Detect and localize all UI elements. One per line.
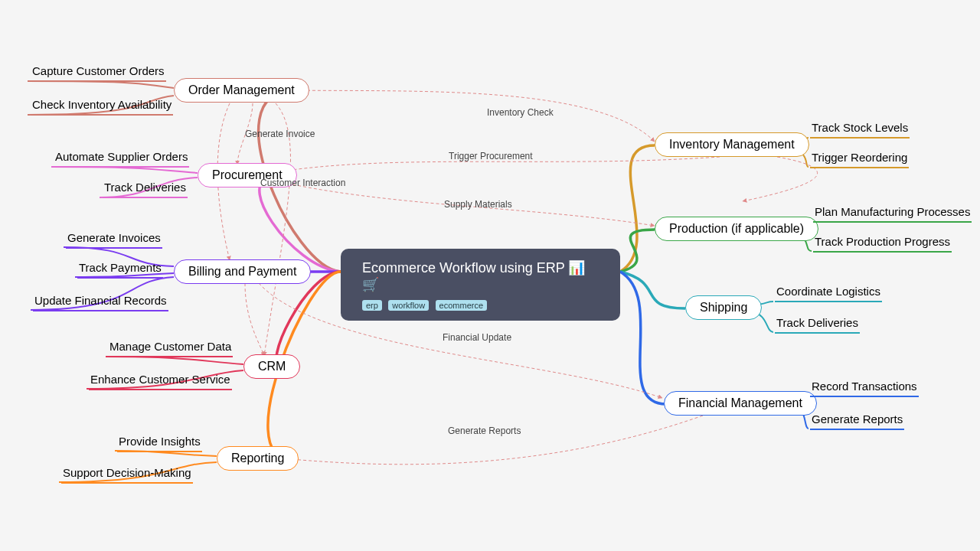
- edge-label: Generate Reports: [448, 425, 521, 436]
- leaf[interactable]: Check Inventory Availability: [31, 96, 173, 116]
- root-tags: erp workflow ecommerce: [362, 298, 599, 311]
- leaf[interactable]: Record Transactions: [810, 378, 919, 397]
- leaf[interactable]: Track Payments: [77, 259, 163, 279]
- node-billing-payment[interactable]: Billing and Payment: [174, 259, 311, 284]
- edge-label: Generate Invoice: [245, 129, 315, 139]
- tag: erp: [362, 300, 382, 311]
- edge-label: Financial Update: [443, 332, 511, 343]
- leaf[interactable]: Track Deliveries: [775, 315, 860, 334]
- tag: workflow: [388, 300, 429, 311]
- leaf[interactable]: Generate Invoices: [66, 230, 162, 249]
- leaf[interactable]: Provide Insights: [117, 433, 202, 452]
- edge-label: Inventory Check: [487, 107, 554, 118]
- leaf[interactable]: Manage Customer Data: [108, 338, 233, 357]
- leaf[interactable]: Update Financial Records: [33, 292, 168, 311]
- leaf[interactable]: Coordinate Logistics: [775, 283, 882, 302]
- leaf[interactable]: Track Production Progress: [813, 233, 952, 253]
- node-order-management[interactable]: Order Management: [174, 78, 309, 103]
- leaf[interactable]: Generate Reports: [810, 411, 904, 430]
- node-crm[interactable]: CRM: [243, 354, 300, 379]
- leaf[interactable]: Enhance Customer Service: [89, 371, 232, 390]
- edge-label: Supply Materials: [444, 199, 512, 210]
- node-reporting[interactable]: Reporting: [217, 446, 299, 471]
- leaf[interactable]: Support Decision-Making: [61, 465, 193, 484]
- node-financial-management[interactable]: Financial Management: [664, 391, 817, 416]
- leaf[interactable]: Trigger Reordering: [810, 149, 909, 168]
- leaf[interactable]: Track Deliveries: [103, 179, 188, 198]
- edge-label: Customer Interaction: [260, 178, 345, 188]
- leaf[interactable]: Plan Manufacturing Processes: [813, 204, 972, 223]
- root-node[interactable]: Ecommerce Workflow using ERP 📊🛒 erp work…: [341, 249, 620, 321]
- node-inventory-management[interactable]: Inventory Management: [655, 132, 809, 157]
- tag: ecommerce: [436, 300, 487, 311]
- leaf[interactable]: Automate Supplier Orders: [54, 148, 189, 168]
- node-production[interactable]: Production (if applicable): [655, 217, 818, 241]
- node-shipping[interactable]: Shipping: [685, 295, 762, 320]
- leaf[interactable]: Capture Customer Orders: [31, 63, 166, 82]
- root-title: Ecommerce Workflow using ERP 📊🛒: [362, 259, 599, 293]
- leaf[interactable]: Track Stock Levels: [810, 119, 910, 139]
- edge-label: Trigger Procurement: [449, 151, 533, 161]
